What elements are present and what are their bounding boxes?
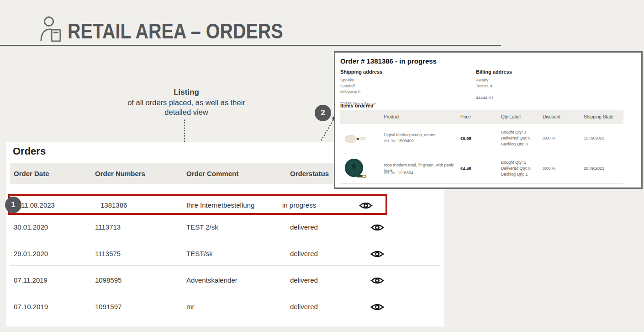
- cell-order-number: 1113575: [95, 250, 121, 257]
- product-shipping-state: 20.09.2023: [584, 166, 604, 171]
- cell-order-date: 07.10.2019: [14, 303, 48, 311]
- page-title: RETAIL AREA – ORDERS: [68, 18, 283, 43]
- eye-icon: [370, 276, 384, 285]
- shipping-address: Shipping address Spooky Gandalf Milkyway…: [340, 69, 459, 107]
- view-order-button[interactable]: [370, 222, 385, 232]
- product-price: €6.95: [460, 136, 471, 141]
- cell-order-comment: TEST/sk: [186, 250, 213, 257]
- scoop-bowl-shape: [345, 135, 357, 143]
- cell-order-number: 1098595: [95, 276, 121, 284]
- cell-order-number: 1091597: [95, 303, 121, 311]
- address-line: [476, 89, 595, 95]
- order-detail-title: Order # 1381386 - in progress: [340, 57, 437, 65]
- address-line: Milkyway 0: [340, 89, 459, 95]
- cell-order-date: 11.08.2023: [21, 201, 55, 209]
- annotation-listing: Listing of all orders placed, as well as…: [106, 88, 266, 117]
- product-discount: 0,00 %: [543, 136, 555, 140]
- product-shipping-state: 15.09.2023: [584, 136, 604, 140]
- row-separator: [10, 239, 440, 239]
- product-discount: 0,00 %: [543, 166, 555, 171]
- column-qty-label: Qty Label: [501, 114, 521, 119]
- qty-delivered: Delivered Qty: 0: [501, 166, 531, 171]
- column-shipping-state: Shipping State: [584, 114, 613, 119]
- product-artnr: Art.-Nr. 1116364: [384, 171, 413, 175]
- product-image-rope-coil: [344, 158, 368, 181]
- address-line: Spooky: [340, 77, 459, 83]
- eye-icon: [370, 223, 384, 232]
- cell-order-date: 07.11.2019: [14, 276, 48, 284]
- cell-order-comment: TEST 2/sk: [186, 223, 218, 231]
- column-discount: Discount: [543, 114, 560, 119]
- cell-orderstatus: delivered: [290, 303, 318, 311]
- scoop-handle-shape: [359, 137, 366, 140]
- address-line: Teststr. 4: [476, 83, 595, 89]
- cell-order-date: 29.01.2020: [14, 250, 48, 257]
- person-card-icon: [39, 16, 62, 43]
- qty-backlog: Backlog Qty: 1: [501, 171, 531, 177]
- eye-icon: [359, 201, 373, 210]
- cell-orderstatus: delivered: [290, 276, 318, 284]
- annotation-line-2: detailed view: [106, 107, 266, 117]
- product-image-feeding-scoop: [344, 128, 368, 150]
- cell-orderstatus: delivered: [290, 223, 318, 231]
- view-order-button[interactable]: [359, 200, 374, 210]
- qty-delivered: Delivered Qty: 0: [501, 135, 531, 141]
- rope-clasp-shape: [362, 175, 366, 178]
- item-row: rope modern rosé, fir green, with panic …: [340, 154, 623, 184]
- items-table-header: [340, 110, 623, 124]
- annotation-line-1: of all orders placed, as well as their: [106, 98, 266, 107]
- view-order-button[interactable]: [370, 249, 385, 259]
- address-line: [340, 95, 459, 101]
- view-order-button[interactable]: [370, 275, 385, 285]
- product-name: Digital feeding scoop, cream: [384, 132, 461, 138]
- address-line: Gandalf: [340, 83, 459, 89]
- annotation-title: Listing: [106, 88, 266, 97]
- column-price: Price: [460, 114, 471, 119]
- product-qty: Bought Qty: 1 Delivered Qty: 0 Backlog Q…: [501, 160, 531, 177]
- column-order-date: Order Date: [14, 170, 49, 177]
- row-separator: [10, 319, 440, 319]
- cell-orderstatus: in progress: [282, 201, 316, 209]
- item-separator: [340, 183, 623, 184]
- row-separator: [10, 265, 440, 266]
- cell-orderstatus: delivered: [290, 250, 318, 257]
- qty-bought: Bought Qty: 3: [501, 129, 531, 135]
- product-artnr: Art.-Nr. 1509402: [384, 139, 414, 143]
- product-qty: Bought Qty: 3 Delivered Qty: 0 Backlog Q…: [501, 129, 531, 147]
- cell-order-comment: Ihre Internetbestellung: [186, 201, 254, 209]
- billing-address-label: Billing address: [476, 69, 595, 75]
- callout-badge-1: 1: [5, 197, 21, 213]
- column-order-comment: Order Comment: [186, 170, 238, 177]
- header-rule: [0, 45, 501, 46]
- row-separator: [10, 292, 440, 292]
- callout-badge-2: 2: [315, 105, 331, 121]
- qty-bought: Bought Qty: 1: [501, 160, 531, 166]
- page: RETAIL AREA – ORDERS Listing of all orde…: [0, 0, 644, 332]
- cell-order-comment: mr: [186, 303, 195, 311]
- order-detail-popup: Order # 1381386 - in progress Shipping a…: [334, 51, 643, 189]
- column-orderstatus: Orderstatus: [290, 170, 329, 177]
- address-line: Awatry: [476, 77, 595, 83]
- cell-order-number: 1113713: [95, 223, 121, 231]
- items-ordered-label: Items ordered: [340, 103, 374, 108]
- eye-icon: [370, 303, 384, 311]
- cell-order-comment: Adventskalender: [186, 276, 238, 284]
- product-price: €4.45: [460, 166, 471, 171]
- view-order-button[interactable]: [370, 302, 385, 312]
- column-order-numbers: Order Numbers: [95, 170, 145, 177]
- address-line: 44444 K1: [476, 95, 595, 101]
- column-product: Product: [384, 114, 399, 119]
- shipping-address-label: Shipping address: [340, 69, 459, 75]
- eye-icon: [370, 250, 384, 258]
- orders-heading: Orders: [13, 145, 46, 157]
- cell-order-date: 30.01.2020: [14, 223, 48, 231]
- item-row: Digital feeding scoop, cream Art.-Nr. 15…: [340, 124, 623, 154]
- qty-backlog: Backlog Qty: 3: [501, 141, 531, 147]
- billing-address: Billing address Awatry Teststr. 4 44444 …: [476, 69, 595, 101]
- rope-core-shape: [352, 163, 356, 170]
- cell-order-number: 1381386: [100, 201, 127, 209]
